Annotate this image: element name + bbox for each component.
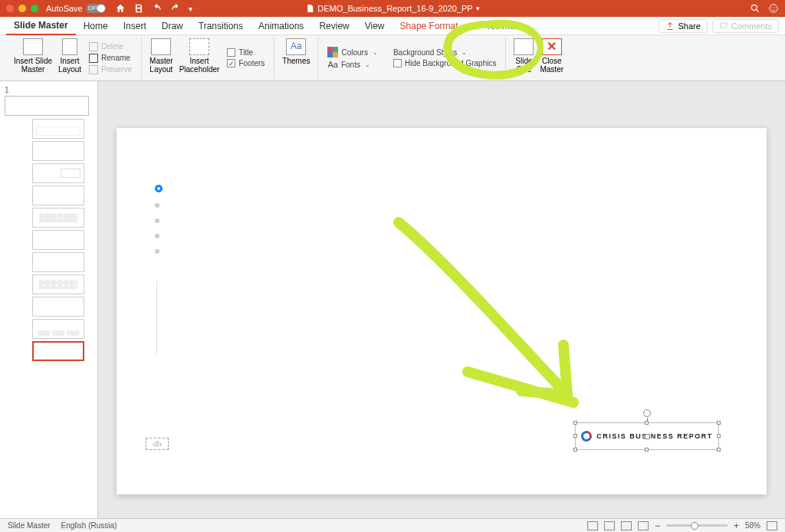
share-button[interactable]: Share (659, 19, 707, 33)
colours-icon (327, 47, 338, 57)
delete-icon (89, 42, 98, 51)
bullet (155, 249, 159, 254)
placeholder-icon (189, 38, 209, 55)
checkbox-icon (227, 48, 235, 57)
resize-handle[interactable] (573, 421, 577, 425)
slide-size-label: Slide Size (515, 57, 532, 74)
themes-icon: Aa (286, 38, 306, 55)
fonts-button[interactable]: AaFonts⌄ (324, 59, 380, 70)
status-bar: Slide Master English (Russia) − + 58% (0, 518, 785, 532)
qat-more-icon[interactable]: ▾ (189, 5, 192, 13)
tab-view[interactable]: View (357, 18, 392, 34)
home-icon[interactable] (115, 3, 126, 14)
master-layout-button[interactable]: Master Layout (146, 37, 176, 75)
slide-number: 1 (5, 86, 93, 94)
tab-animations[interactable]: Animations (251, 18, 311, 34)
resize-handle[interactable] (573, 434, 577, 438)
vertical-divider (156, 281, 157, 354)
background-styles-button[interactable]: Background Styles⌄ (390, 48, 500, 57)
share-label: Share (678, 21, 700, 31)
master-thumbnail[interactable] (5, 96, 89, 116)
title-checkbox[interactable]: Title (224, 48, 268, 57)
colours-button[interactable]: Colours⌄ (324, 46, 380, 58)
filename-label: DEMO_Business_Report_16-9_2020_PP (317, 4, 472, 13)
tab-draw[interactable]: Draw (154, 18, 191, 34)
insert-placeholder-button[interactable]: Insert Placeholder (176, 37, 223, 75)
svg-point-3 (774, 7, 775, 8)
thumbnail-panel[interactable]: 1 (0, 81, 98, 518)
undo-icon[interactable] (152, 3, 163, 14)
redo-icon[interactable] (170, 3, 181, 14)
layout-thumbnail[interactable] (32, 252, 84, 272)
insert-layout-button[interactable]: Insert Layout (55, 37, 84, 75)
resize-handle[interactable] (717, 434, 721, 438)
normal-view-button[interactable] (587, 521, 598, 530)
layout-thumbnail[interactable] (32, 297, 84, 317)
status-language[interactable]: English (Russia) (61, 521, 117, 530)
tab-shape-format[interactable]: Shape Format (392, 18, 466, 34)
resize-handle[interactable] (717, 448, 721, 452)
master-layout-label: Master Layout (149, 57, 173, 74)
svg-point-1 (770, 5, 778, 13)
preserve-icon (89, 65, 98, 74)
layout-thumbnail[interactable] (32, 274, 84, 294)
close-window-icon[interactable] (6, 5, 14, 12)
resize-handle[interactable] (573, 448, 577, 452)
slide-size-button[interactable]: Slide Size (511, 37, 537, 75)
page-number-placeholder[interactable]: ‹#› (146, 438, 169, 450)
reading-view-button[interactable] (621, 521, 632, 530)
zoom-in-button[interactable]: + (734, 521, 739, 531)
save-icon[interactable] (133, 3, 144, 14)
insert-slide-master-button[interactable]: Insert Slide Master (11, 37, 55, 75)
file-icon (305, 4, 314, 13)
zoom-level[interactable]: 58% (745, 521, 760, 530)
autosave-label: AutoSave (46, 4, 83, 13)
rename-button[interactable]: Rename (86, 53, 135, 64)
sorter-view-button[interactable] (604, 521, 615, 530)
layout-thumbnail[interactable] (32, 319, 84, 339)
svg-point-4 (476, 23, 480, 27)
layout-thumbnail[interactable] (32, 141, 84, 161)
layout-thumbnail[interactable] (32, 163, 84, 183)
tab-insert[interactable]: Insert (116, 18, 154, 34)
autosave-toggle[interactable]: AutoSave OFF (46, 4, 106, 13)
maximize-window-icon[interactable] (31, 5, 38, 12)
document-title: DEMO_Business_Report_16-9_2020_PP ▾ (305, 4, 479, 13)
resize-handle[interactable] (645, 448, 649, 452)
comments-button[interactable]: Comments (712, 19, 779, 33)
close-master-button[interactable]: ✕ Close Master (537, 37, 567, 75)
resize-handle[interactable] (717, 421, 721, 425)
fit-to-window-button[interactable] (767, 521, 777, 530)
zoom-out-button[interactable]: − (655, 521, 660, 531)
slide-canvas[interactable]: ‹#› CRISIS BUSINESS REPORT (117, 128, 767, 494)
title-dropdown-icon[interactable]: ▾ (476, 5, 480, 12)
layout-thumbnail[interactable] (32, 186, 84, 205)
footers-checkbox[interactable]: Footers (224, 58, 268, 68)
bullet-active (155, 185, 163, 192)
smiley-icon[interactable] (768, 3, 779, 14)
svg-point-0 (751, 5, 757, 10)
rotate-handle[interactable] (643, 409, 651, 417)
logo-placeholder-selected[interactable]: CRISIS BUSINESS REPORT (575, 422, 719, 450)
minimize-window-icon[interactable] (18, 5, 26, 12)
tab-slide-master[interactable]: Slide Master (6, 17, 76, 35)
canvas-area[interactable]: ‹#› CRISIS BUSINESS REPORT (98, 81, 785, 518)
toggle-switch[interactable]: OFF (86, 4, 106, 13)
search-icon[interactable] (750, 3, 760, 14)
tab-transitions[interactable]: Transitions (191, 18, 251, 34)
logo-text: CRISIS BUSINESS REPORT (596, 432, 713, 440)
layout-thumbnail-selected[interactable] (32, 341, 84, 361)
layout-thumbnail[interactable] (32, 208, 84, 228)
resize-handle[interactable] (645, 421, 649, 425)
zoom-slider[interactable] (666, 524, 728, 527)
tell-me-search[interactable]: Tell me (474, 21, 515, 31)
hide-background-checkbox[interactable]: Hide Background Graphics (390, 58, 500, 68)
slideshow-view-button[interactable] (638, 521, 649, 530)
insert-placeholder-label: Insert Placeholder (179, 57, 220, 74)
tab-home[interactable]: Home (76, 18, 116, 34)
tab-review[interactable]: Review (311, 18, 356, 34)
layout-thumbnail[interactable] (32, 230, 84, 250)
status-mode: Slide Master (8, 521, 51, 530)
layout-thumbnail[interactable] (32, 119, 84, 139)
themes-button[interactable]: Aa Themes (279, 37, 313, 67)
